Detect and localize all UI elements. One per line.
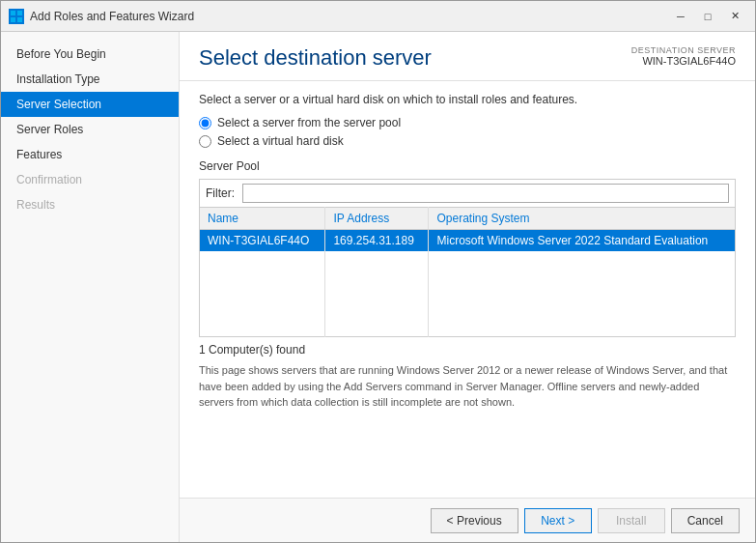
column-ip-address: IP Address: [325, 208, 429, 230]
table-empty-row: [200, 272, 736, 294]
radio-group: Select a server from the server pool Sel…: [199, 116, 736, 148]
destination-info: DESTINATION SERVER WIN-T3GIAL6F44O: [631, 45, 736, 67]
table-wrapper: Name IP Address Operating System WIN-T3G…: [199, 207, 736, 337]
instruction-text: Select a server or a virtual hard disk o…: [199, 93, 736, 106]
content-area: Before You Begin Installation Type Serve…: [1, 32, 755, 542]
radio-server-pool[interactable]: [199, 117, 211, 129]
minimize-button[interactable]: ─: [668, 7, 693, 26]
footer: < Previous Next > Install Cancel: [180, 498, 755, 542]
svg-rect-2: [11, 17, 15, 22]
server-table: Name IP Address Operating System WIN-T3G…: [199, 207, 736, 337]
table-empty-row: [200, 294, 736, 315]
sidebar: Before You Begin Installation Type Serve…: [1, 32, 180, 542]
radio-server-pool-row: Select a server from the server pool: [199, 116, 736, 129]
computers-found: 1 Computer(s) found: [199, 343, 736, 357]
server-pool-section: Server Pool Filter: Name IP Address Oper…: [199, 159, 736, 411]
sidebar-item-server-selection[interactable]: Server Selection: [1, 92, 179, 117]
radio-server-pool-label[interactable]: Select a server from the server pool: [217, 116, 401, 129]
destination-server-name: WIN-T3GIAL6F44O: [631, 55, 736, 67]
main-content: Select destination server DESTINATION SE…: [180, 32, 755, 542]
main-header: Select destination server DESTINATION SE…: [180, 32, 755, 81]
sidebar-item-installation-type[interactable]: Installation Type: [1, 67, 179, 92]
filter-label: Filter:: [206, 186, 235, 200]
radio-vhd-row: Select a virtual hard disk: [199, 134, 736, 148]
svg-rect-3: [17, 17, 22, 22]
sidebar-item-features[interactable]: Features: [1, 142, 179, 167]
info-text: This page shows servers that are running…: [199, 362, 736, 411]
page-title: Select destination server: [199, 45, 432, 71]
sidebar-item-confirmation: Confirmation: [1, 167, 179, 192]
sidebar-item-results: Results: [1, 192, 179, 217]
title-bar: Add Roles and Features Wizard ─ □ ✕: [1, 1, 755, 32]
wizard-window: Add Roles and Features Wizard ─ □ ✕ Befo…: [0, 0, 756, 543]
previous-button[interactable]: < Previous: [431, 508, 518, 533]
main-body: Select a server or a virtual hard disk o…: [180, 81, 755, 498]
table-empty-row: [200, 315, 736, 337]
server-pool-label: Server Pool: [199, 159, 736, 173]
radio-vhd[interactable]: [199, 135, 211, 148]
install-button[interactable]: Install: [598, 508, 665, 533]
close-button[interactable]: ✕: [722, 7, 747, 26]
filter-input[interactable]: [242, 184, 729, 203]
filter-row: Filter:: [199, 179, 736, 207]
svg-rect-1: [17, 11, 22, 15]
sidebar-item-server-roles[interactable]: Server Roles: [1, 117, 179, 142]
table-row[interactable]: WIN-T3GIAL6F44O169.254.31.189Microsoft W…: [200, 230, 736, 252]
maximize-button[interactable]: □: [695, 7, 720, 26]
cancel-button[interactable]: Cancel: [671, 508, 740, 533]
sidebar-item-before-you-begin[interactable]: Before You Begin: [1, 42, 179, 67]
destination-label: DESTINATION SERVER: [631, 45, 736, 55]
radio-vhd-label[interactable]: Select a virtual hard disk: [217, 134, 344, 148]
next-button[interactable]: Next >: [524, 508, 592, 533]
table-header-row: Name IP Address Operating System: [200, 208, 736, 230]
svg-rect-0: [11, 11, 15, 15]
title-bar-controls: ─ □ ✕: [668, 7, 747, 26]
column-name: Name: [200, 208, 325, 230]
app-icon: [9, 9, 24, 24]
window-title: Add Roles and Features Wizard: [30, 10, 668, 23]
table-empty-row: [200, 251, 736, 272]
column-operating-system: Operating System: [429, 208, 736, 230]
